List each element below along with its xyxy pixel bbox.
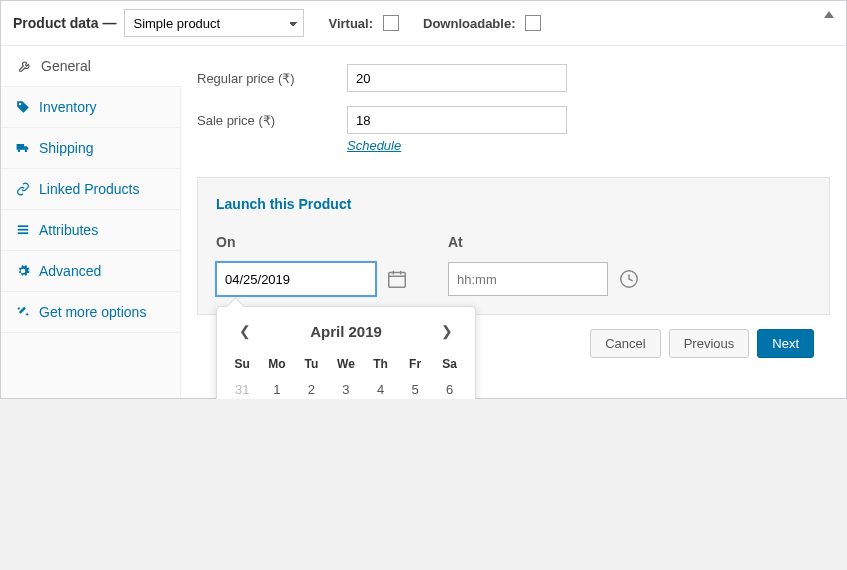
datepicker-grid: SuMoTuWeThFrSa 3112345678910111213141516… xyxy=(225,351,467,399)
sidebar-item-get-more-options[interactable]: Get more options xyxy=(1,292,180,333)
launch-product-box: Launch this Product On ❮ xyxy=(197,177,830,315)
panel-title: Product data — xyxy=(13,15,116,31)
launch-title: Launch this Product xyxy=(216,196,811,212)
datepicker-day[interactable]: 3 xyxy=(329,377,364,399)
datepicker-weekday: We xyxy=(329,351,364,377)
sidebar-item-label: Inventory xyxy=(39,99,97,115)
sidebar-item-label: Get more options xyxy=(39,304,146,320)
wrench-icon xyxy=(17,58,33,74)
magic-icon xyxy=(15,304,31,320)
datepicker-day[interactable]: 5 xyxy=(398,377,433,399)
sidebar-item-label: General xyxy=(41,58,91,74)
sidebar-item-label: Attributes xyxy=(39,222,98,238)
launch-at-label: At xyxy=(448,234,640,250)
svg-rect-2 xyxy=(18,232,29,234)
datepicker-title[interactable]: April 2019 xyxy=(310,323,382,340)
sidebar-item-attributes[interactable]: Attributes xyxy=(1,210,180,251)
datepicker-popup: ❮ April 2019 ❯ SuMoTuWeThFrSa 3112345678… xyxy=(216,306,476,399)
regular-price-label: Regular price (₹) xyxy=(197,71,347,86)
datepicker-weekday: Fr xyxy=(398,351,433,377)
collapse-toggle-icon[interactable] xyxy=(824,11,834,18)
downloadable-label: Downloadable: xyxy=(423,16,515,31)
list-icon xyxy=(15,222,31,238)
svg-rect-3 xyxy=(389,273,406,288)
sidebar-item-general[interactable]: General xyxy=(1,46,181,87)
sidebar-item-inventory[interactable]: Inventory xyxy=(1,87,180,128)
schedule-link[interactable]: Schedule xyxy=(347,138,401,153)
link-icon xyxy=(15,181,31,197)
svg-rect-1 xyxy=(18,229,29,231)
virtual-label: Virtual: xyxy=(328,16,373,31)
svg-rect-0 xyxy=(18,225,29,227)
launch-on-label: On xyxy=(216,234,408,250)
regular-price-input[interactable] xyxy=(347,64,567,92)
main-content: Regular price (₹) Sale price (₹) Schedul… xyxy=(181,46,846,398)
sidebar: General Inventory Shipping Linked Produc… xyxy=(1,46,181,398)
product-type-select[interactable]: Simple product xyxy=(124,9,304,37)
datepicker-day[interactable]: 2 xyxy=(294,377,329,399)
panel-header: Product data — Simple product Virtual: D… xyxy=(1,1,846,46)
datepicker-day[interactable]: 4 xyxy=(363,377,398,399)
tag-icon xyxy=(15,99,31,115)
sidebar-item-label: Linked Products xyxy=(39,181,139,197)
datepicker-weekday: Tu xyxy=(294,351,329,377)
datepicker-weekday: Mo xyxy=(260,351,295,377)
previous-button[interactable]: Previous xyxy=(669,329,750,358)
sale-price-label: Sale price (₹) xyxy=(197,113,347,128)
sidebar-item-label: Shipping xyxy=(39,140,94,156)
product-data-panel: Product data — Simple product Virtual: D… xyxy=(0,0,847,399)
cancel-button[interactable]: Cancel xyxy=(590,329,660,358)
datepicker-day[interactable]: 1 xyxy=(260,377,295,399)
datepicker-day[interactable]: 31 xyxy=(225,377,260,399)
datepicker-weekday: Th xyxy=(363,351,398,377)
virtual-checkbox[interactable] xyxy=(383,15,399,31)
clock-icon[interactable] xyxy=(618,268,640,290)
datepicker-day[interactable]: 6 xyxy=(432,377,467,399)
launch-time-input[interactable] xyxy=(448,262,608,296)
datepicker-prev-icon[interactable]: ❮ xyxy=(233,321,257,341)
datepicker-next-icon[interactable]: ❯ xyxy=(435,321,459,341)
next-button[interactable]: Next xyxy=(757,329,814,358)
sidebar-item-advanced[interactable]: Advanced xyxy=(1,251,180,292)
sidebar-item-shipping[interactable]: Shipping xyxy=(1,128,180,169)
datepicker-weekday: Su xyxy=(225,351,260,377)
launch-date-input[interactable] xyxy=(216,262,376,296)
sidebar-item-label: Advanced xyxy=(39,263,101,279)
calendar-icon[interactable] xyxy=(386,268,408,290)
gear-icon xyxy=(15,263,31,279)
truck-icon xyxy=(15,140,31,156)
datepicker-weekday: Sa xyxy=(432,351,467,377)
downloadable-checkbox[interactable] xyxy=(525,15,541,31)
sidebar-item-linked-products[interactable]: Linked Products xyxy=(1,169,180,210)
sale-price-input[interactable] xyxy=(347,106,567,134)
